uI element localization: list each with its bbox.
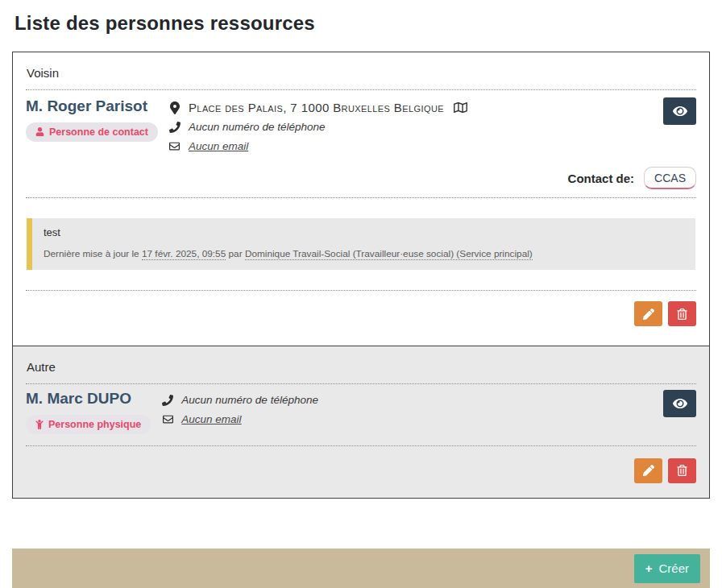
envelope-icon — [161, 414, 174, 424]
eye-icon — [673, 105, 687, 118]
delete-button[interactable] — [668, 458, 696, 483]
address-text: Place des Palais, 7 1000 Bruxelles Belgi… — [189, 101, 444, 114]
delete-button[interactable] — [668, 301, 696, 326]
trash-icon — [677, 465, 687, 476]
resources-panel: Voisin M. Roger Parisot Personne de cont… — [12, 52, 710, 499]
phone-line: Aucun numéro de téléphone — [168, 119, 467, 135]
person-details: Place des Palais, 7 1000 Bruxelles Belgi… — [168, 97, 467, 154]
actions-row — [26, 446, 696, 483]
person-type-badge-label: Personne de contact — [49, 126, 148, 138]
phone-text: Aucun numéro de téléphone — [189, 121, 326, 133]
note-meta-date-link[interactable]: 17 févr. 2025, 09:55 — [142, 248, 226, 260]
email-link[interactable]: Aucun email — [189, 140, 248, 152]
page-title: Liste des personnes ressources — [15, 12, 710, 35]
email-link[interactable]: Aucun email — [181, 413, 241, 425]
person-row: M. Roger Parisot Personne de contact Pla… — [26, 90, 696, 154]
note-meta-by: par — [229, 248, 243, 259]
email-line: Aucun email — [161, 412, 318, 427]
dotted-divider — [26, 197, 696, 198]
person-type-badge: Personne de contact — [26, 122, 158, 142]
pencil-icon — [643, 465, 654, 476]
person-icon — [35, 420, 44, 429]
address-line: Place des Palais, 7 1000 Bruxelles Belgi… — [168, 100, 467, 115]
create-button[interactable]: + Créer — [634, 554, 700, 583]
pencil-icon — [643, 308, 654, 320]
person-row: M. Marc DUPO Personne physique Aucun num… — [26, 384, 696, 434]
note-meta-author-link[interactable]: Dominique Travail-Social (Travailleur·eu… — [245, 248, 533, 260]
page: Liste des personnes ressources Voisin M.… — [0, 0, 722, 499]
section-autre-label: Autre — [26, 359, 696, 383]
phone-line: Aucun numéro de téléphone — [161, 392, 318, 408]
note-meta: Dernière mise à jour le 17 févr. 2025, 0… — [44, 248, 684, 259]
edit-button[interactable] — [634, 458, 662, 483]
map-marker-icon — [168, 101, 181, 114]
view-button[interactable] — [663, 97, 696, 125]
person-details: Aucun numéro de téléphone Aucun email — [161, 390, 318, 427]
contact-of-badge[interactable]: CCAS — [644, 167, 696, 189]
user-icon — [35, 127, 44, 136]
map-icon[interactable] — [454, 101, 467, 114]
plus-icon: + — [645, 562, 653, 574]
person-type-badge-label: Personne physique — [48, 419, 141, 430]
contact-of-label: Contact de: — [568, 172, 635, 185]
envelope-icon — [168, 141, 181, 151]
person-identity: M. Marc DUPO Personne physique — [26, 390, 151, 434]
section-voisin-label: Voisin — [26, 65, 696, 89]
actions-row — [26, 291, 696, 326]
phone-icon — [168, 122, 181, 133]
person-name: M. Marc DUPO — [26, 390, 131, 408]
footer-action-bar: + Créer — [12, 549, 710, 588]
trash-icon — [677, 308, 687, 320]
contact-of-row: Contact de: CCAS — [26, 167, 696, 189]
email-line: Aucun email — [168, 139, 467, 154]
edit-button[interactable] — [634, 301, 662, 326]
person-identity: M. Roger Parisot Personne de contact — [26, 97, 158, 142]
person-type-badge: Personne physique — [26, 415, 151, 434]
section-voisin: Voisin M. Roger Parisot Personne de cont… — [13, 52, 709, 346]
create-button-label: Créer — [658, 561, 689, 575]
section-autre: Autre M. Marc DUPO Personne physique — [13, 346, 709, 498]
note-meta-prefix: Dernière mise à jour le — [44, 248, 139, 259]
eye-icon — [673, 397, 687, 410]
view-button[interactable] — [663, 390, 696, 417]
person-name: M. Roger Parisot — [26, 97, 147, 115]
note-box: test Dernière mise à jour le 17 févr. 20… — [27, 218, 695, 270]
note-text: test — [44, 226, 684, 238]
phone-text: Aucun numéro de téléphone — [181, 394, 318, 406]
phone-icon — [161, 395, 174, 406]
